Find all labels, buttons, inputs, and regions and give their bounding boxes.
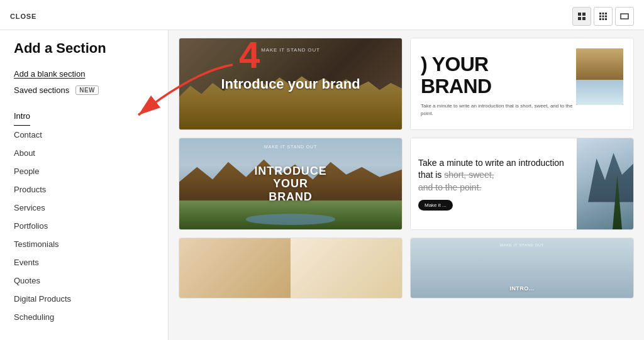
svg-rect-13: [621, 14, 628, 19]
view-toggle-large-grid[interactable]: [572, 7, 591, 26]
card-main-text: INTRO...: [509, 285, 534, 292]
sidebar-nav-item-quotes[interactable]: Quotes: [0, 271, 168, 290]
card-photo: [576, 48, 623, 105]
template-card-your-brand-white[interactable]: ) YOURBRAND Take a minute to write an in…: [410, 38, 634, 130]
card-photo: [577, 138, 633, 229]
card-wood-texture: [576, 48, 623, 80]
svg-rect-2: [578, 17, 581, 20]
saved-sections-row: Saved sections NEW: [0, 82, 168, 98]
template-card-take-minute[interactable]: Take a minute to write an introduction t…: [410, 138, 634, 230]
sidebar-nav-item-events[interactable]: Events: [0, 253, 168, 271]
sidebar-nav-item-intro[interactable]: Intro: [14, 107, 30, 126]
svg-rect-0: [578, 13, 581, 16]
card-intro-brand-preview: Make it stand out Introduce your brand: [179, 38, 402, 129]
sidebar-nav-item-digital-products[interactable]: Digital Products: [0, 290, 168, 308]
svg-rect-12: [605, 18, 607, 20]
content-area: Make it stand out Introduce your brand )…: [169, 30, 644, 340]
svg-rect-8: [602, 15, 604, 17]
sidebar-title: Add a Section: [0, 40, 168, 65]
template-card-mountain[interactable]: Make it stand out INTRODUCEYOURBRAND: [179, 138, 402, 230]
sidebar-nav-item-people[interactable]: People: [0, 162, 168, 180]
card-heading: Take a minute to write an introduction t…: [418, 157, 569, 194]
card-small-text: Make it stand out: [261, 47, 319, 53]
card-text-section: Take a minute to write an introduction t…: [411, 138, 577, 229]
svg-rect-9: [605, 15, 607, 17]
sidebar-nav-item-services[interactable]: Services: [0, 199, 168, 217]
saved-sections-label: Saved sections: [14, 85, 69, 95]
card-mountain-silhouette: [577, 148, 633, 202]
svg-rect-10: [599, 18, 601, 20]
strikethrough-text: short, sweet,: [444, 170, 494, 180]
card-mountain-preview: Make it stand out INTRODUCEYOURBRAND: [179, 138, 402, 229]
sidebar-nav-item-products[interactable]: Products: [0, 180, 168, 199]
sidebar-nav-item-testimonials[interactable]: Testimonials: [0, 235, 168, 253]
card-small-text: Make it stand out: [500, 243, 544, 247]
sidebar-divider: [0, 98, 168, 107]
card-left-half: [179, 238, 291, 298]
view-toggle-small-grid[interactable]: [594, 7, 613, 26]
template-card-bottom-right[interactable]: Make it stand out INTRO...: [410, 238, 634, 299]
sidebar-nav-item-about[interactable]: About: [0, 144, 168, 162]
top-bar: CLOSE: [0, 0, 644, 30]
template-card-intro-dark[interactable]: Make it stand out Introduce your brand: [179, 38, 402, 130]
card-bottom-left-preview: [179, 238, 402, 298]
card-main-text: INTRODUCEYOURBRAND: [254, 164, 326, 203]
svg-rect-6: [605, 13, 607, 14]
card-big-text: ) YOURBRAND: [421, 53, 576, 97]
sidebar: Add a Section Add a blank section Saved …: [0, 30, 169, 340]
card-cta-button: Make it ...: [418, 200, 453, 211]
svg-rect-7: [599, 15, 601, 17]
svg-rect-5: [602, 13, 604, 14]
view-toggle-group: [572, 7, 634, 26]
card-takeminute-preview: Take a minute to write an introduction t…: [411, 138, 633, 229]
svg-rect-4: [599, 13, 601, 14]
sidebar-nav-item-contact[interactable]: Contact: [0, 126, 168, 144]
template-card-bottom-left[interactable]: [179, 238, 402, 299]
close-button[interactable]: CLOSE: [10, 13, 36, 20]
svg-rect-1: [582, 13, 586, 16]
svg-rect-3: [582, 17, 586, 20]
sidebar-nav-item-portfolios[interactable]: Portfolios: [0, 217, 168, 235]
sidebar-nav-item-scheduling[interactable]: Scheduling: [0, 308, 168, 326]
card-sky: [576, 80, 623, 106]
svg-rect-11: [602, 18, 604, 20]
main-layout: Add a Section Add a blank section Saved …: [0, 30, 644, 340]
view-toggle-single[interactable]: [615, 7, 634, 26]
app-layout: 4 Add a Section Add a blank section Save…: [0, 30, 644, 340]
add-blank-section-link[interactable]: Add a blank section: [0, 65, 168, 82]
strikethrough-text-2: and to the point.: [418, 182, 481, 192]
card-main-text: Introduce your brand: [221, 76, 360, 92]
card-small-text: Make it stand out: [264, 145, 317, 149]
new-badge: NEW: [75, 85, 99, 95]
card-desc-text: Take a minute to write an introduction t…: [421, 102, 576, 118]
card-your-brand-preview: ) YOURBRAND Take a minute to write an in…: [411, 38, 633, 129]
card-right-half: [291, 238, 402, 298]
card-bottom-right-preview: Make it stand out INTRO...: [411, 238, 633, 298]
card-text-section: ) YOURBRAND Take a minute to write an in…: [421, 48, 576, 118]
